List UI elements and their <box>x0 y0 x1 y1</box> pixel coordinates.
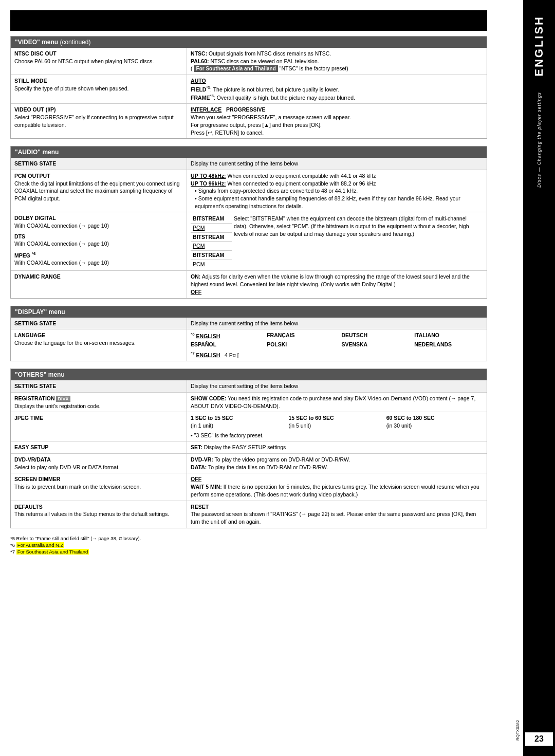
dynamic-range-right: ON: Adjusts for clarity even when the vo… <box>187 271 487 298</box>
registration-label: REGISTRATION DivX <box>14 395 183 402</box>
lang-polski: POLSKI <box>267 341 326 348</box>
still-mode-row: STILL MODE Specify the type of picture s… <box>11 75 487 104</box>
defaults-row: DEFAULTS This returns all values in the … <box>11 501 487 528</box>
pcm-output-left: PCM OUTPUT Check the digital input limit… <box>11 170 187 212</box>
jpeg-time-label: JPEG TIME <box>14 414 183 422</box>
ntsc-line3: ( For Southeast Asia and Thailand "NTSC"… <box>191 65 483 72</box>
others-menu-title: "OTHERS" menu <box>15 371 65 378</box>
screen-dimmer-left: SCREEN DIMMER This is to prevent burn ma… <box>11 473 187 501</box>
pcm-48: UP TO 48kHz: When connected to equipment… <box>191 172 483 180</box>
display-setting-state-row: SETTING STATE Display the current settin… <box>11 318 487 329</box>
dvd-data-text: DATA: To play the data files on DVD-RAM … <box>191 464 483 471</box>
dolby-digital-body: With COAXIAL connection (→ page 10) <box>14 222 183 230</box>
still-mode-body: Specify the type of picture shown when p… <box>14 85 183 93</box>
others-menu-section: "OTHERS" menu SETTING STATE Display the … <box>10 368 487 528</box>
footnotes: *5 Refer to "Frame still and field still… <box>10 536 487 555</box>
display-menu-header: "DISPLAY" menu <box>11 306 487 318</box>
ntsc-disc-out-left: NTSC DISC OUT Choose PAL60 or NTSC outpu… <box>11 48 187 75</box>
dts-pcm-label: PCM <box>191 242 232 251</box>
registration-left: REGISTRATION DivX Displays the unit's re… <box>11 392 187 412</box>
video-menu-title: "VIDEO" menu <box>15 39 58 46</box>
footnote-5: *5 Refer to "Frame still and field still… <box>10 536 487 541</box>
mpeg-pcm-label: PCM <box>191 260 232 268</box>
language-left: LANGUAGE Choose the language for the on-… <box>11 329 187 361</box>
lang-deutsch: DEUTSCH <box>341 331 399 340</box>
jpeg-60-180-sub: (in 30 unit) <box>386 422 412 429</box>
rqtx-code: RQTX0282 <box>515 720 520 741</box>
video-out-line3: Press [↩, RETURN] to cancel. <box>191 129 483 137</box>
easy-setup-row: EASY SETUP SET: Display the EASY SETUP s… <box>11 441 487 454</box>
dynamic-range-off: OFF <box>191 288 483 296</box>
pcm-bullet2: • Some equipment cannot handle sampling … <box>195 195 483 210</box>
jpeg-60-180: 60 SEC to 180 SEC(in 30 unit) <box>386 414 483 429</box>
pcm-96: UP TO 96kHz: When connected to equipment… <box>191 180 483 188</box>
lang-espanol: ESPAÑOL <box>191 341 251 348</box>
dvd-vr-data-label: DVD-VR/DATA <box>14 456 183 464</box>
screen-dimmer-row: SCREEN DIMMER This is to prevent burn ma… <box>11 473 487 501</box>
still-mode-left: STILL MODE Specify the type of picture s… <box>11 75 187 104</box>
english-label: ENGLISH <box>532 15 546 77</box>
screen-dimmer-right: OFF WAIT 5 MIN: If there is no operation… <box>187 473 487 501</box>
registration-right: SHOW CODE: You need this registration co… <box>187 392 487 412</box>
audio-setting-state-right: Display the current setting of the items… <box>187 158 487 170</box>
pcm-output-row: PCM OUTPUT Check the digital input limit… <box>11 170 487 212</box>
defaults-reset-text: The password screen is shown if "RATINGS… <box>191 510 483 525</box>
jpeg-15-60: 15 SEC to 60 SEC(in 5 unit) <box>288 414 385 429</box>
video-out-label: VIDEO OUT (I/P) <box>14 106 183 114</box>
registration-text: SHOW CODE: You need this registration co… <box>191 395 483 410</box>
dolby-digital-label: DOLBY DIGITAL <box>14 214 183 222</box>
display-menu-table: SETTING STATE Display the current settin… <box>11 318 487 361</box>
top-bar <box>10 10 487 31</box>
pcm-output-body: Check the digital input limitations of t… <box>14 180 183 202</box>
screen-dimmer-off: OFF <box>191 475 483 483</box>
southeast-asia-footnote-highlight: For Southeast Asia and Thailand <box>16 549 89 555</box>
australia-nz-highlight: For Australia and N.Z <box>16 542 65 548</box>
audio-menu-section: "AUDIO" menu SETTING STATE Display the c… <box>10 146 487 298</box>
dynamic-range-on: ON: Adjusts for clarity even when the vo… <box>191 273 483 288</box>
video-menu-header: "VIDEO" menu (continued) <box>11 36 487 48</box>
display-menu-title: "DISPLAY" menu <box>15 308 65 316</box>
lang-english: *6 ENGLISH <box>191 331 251 340</box>
screen-dimmer-label: SCREEN DIMMER <box>14 475 183 483</box>
jpeg-factory-preset: • "3 SEC" is the factory preset. <box>191 432 483 439</box>
audio-menu-table: SETTING STATE Display the current settin… <box>11 158 487 298</box>
language-body: Choose the language for the on-screen me… <box>14 339 183 347</box>
still-auto: AUTO <box>191 77 483 85</box>
dvd-vr-data-row: DVD-VR/DATA Select to play only DVD-VR o… <box>11 454 487 473</box>
dynamic-range-left: DYNAMIC RANGE <box>11 271 187 298</box>
page-number: 23 <box>525 732 553 746</box>
video-out-line2: For progressive output, press [▲] and th… <box>191 121 483 129</box>
language-right: *6 ENGLISH FRANÇAIS DEUTSCH ITALIANO ESP… <box>187 329 487 361</box>
screen-dimmer-body: This is to prevent burn mark on the tele… <box>14 483 183 491</box>
others-setting-state-row: SETTING STATE Display the current settin… <box>11 380 487 392</box>
display-setting-state-left: SETTING STATE <box>11 318 187 329</box>
defaults-reset-label: RESET <box>191 503 483 511</box>
right-sidebar: ENGLISH Discs — Changing the player sett… <box>523 0 555 756</box>
jpeg-1-15: 1 SEC to 15 SEC(in 1 unit) <box>191 414 287 429</box>
video-out-left: VIDEO OUT (I/P) Select "PROGRESSIVE" onl… <box>11 104 187 138</box>
footnote-7: *7 For Southeast Asia and Thailand <box>10 549 487 555</box>
ntsc-disc-out-body: Choose PAL60 or NTSC output when playing… <box>14 58 183 65</box>
audio-menu-title: "AUDIO" menu <box>15 149 59 156</box>
jpeg-time-left: JPEG TIME <box>11 412 187 441</box>
language-row3: *7 ENGLISH 4 Pα [ <box>191 351 483 359</box>
dynamic-range-label: DYNAMIC RANGE <box>14 273 183 281</box>
video-out-row: VIDEO OUT (I/P) Select "PROGRESSIVE" onl… <box>11 104 487 138</box>
dolby-dts-mpeg-left: DOLBY DIGITAL With COAXIAL connection (→… <box>11 212 187 271</box>
footnote-6: *6 For Australia and N.Z <box>10 542 487 548</box>
dts-label: DTS <box>14 233 183 241</box>
mpeg-bitstream-label: BITSTREAM <box>191 251 232 260</box>
dvd-vr-data-right: DVD-VR: To play the video programs on DV… <box>187 454 487 473</box>
dvd-vr-data-body: Select to play only DVD-VR or DATA forma… <box>14 464 183 471</box>
jpeg-time-right: 1 SEC to 15 SEC(in 1 unit) 15 SEC to 60 … <box>187 412 487 441</box>
registration-body: Displays the unit's registration code. <box>14 402 183 410</box>
jpeg-15-60-sub: (in 5 unit) <box>288 422 311 429</box>
dolby-dts-mpeg-right: BITSTREAM Select "BITSTREAM" when the eq… <box>187 212 487 271</box>
easy-setup-right: SET: Display the EASY SETUP settings <box>187 441 487 454</box>
dts-bitstream-label: BITSTREAM <box>191 232 232 242</box>
language-label: LANGUAGE <box>14 331 183 339</box>
lang-svenska: SVENSKA <box>341 341 399 348</box>
dolby-bitstream-row: BITSTREAM Select "BITSTREAM" when the eq… <box>191 214 483 223</box>
easy-setup-label: EASY SETUP <box>14 444 183 451</box>
display-setting-state-right: Display the current setting of the items… <box>187 318 487 329</box>
